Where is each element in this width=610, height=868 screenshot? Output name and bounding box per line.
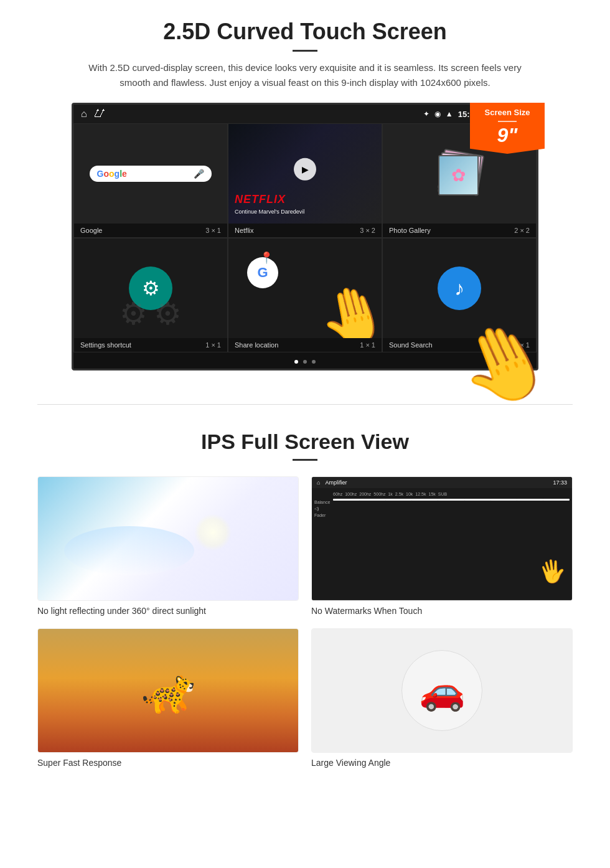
amp-sliders (333, 498, 570, 504)
dot-1 (294, 360, 298, 364)
settings-cell-label: Settings shortcut 1 × 1 (74, 338, 227, 352)
status-bar-left: ⌂ ⌰ (81, 108, 105, 120)
section-divider (37, 404, 573, 405)
amp-label-volume: ◁) (314, 506, 333, 511)
sunlight-visual (38, 477, 298, 600)
share-grid-size: 1 × 1 (360, 341, 375, 349)
section2-divider (293, 459, 317, 461)
maps-pin-icon: 📍 (260, 251, 273, 265)
car-top-icon: 🚗 (419, 669, 466, 713)
app-grid-row2: ⚙ ⚙⚙ Settings shortcut 1 × 1 (73, 238, 537, 352)
netflix-cell-label: Netflix 3 × 2 (228, 224, 382, 237)
home-icon[interactable]: ⌂ (81, 108, 87, 120)
photo-stack: ✿ (434, 149, 484, 199)
google-grid-size: 3 × 1 (205, 227, 221, 234)
amp-home-icon: ⌂ (317, 479, 320, 486)
amp-label-balance: Balance (314, 500, 333, 504)
gallery-grid-size: 2 × 2 (514, 227, 530, 234)
section1-title: 2.5D Curved Touch Screen (37, 19, 573, 45)
screen-size-badge: Screen Size 9" (470, 103, 545, 154)
sunlight-image (37, 476, 299, 601)
app-cell-settings[interactable]: ⚙ ⚙⚙ Settings shortcut 1 × 1 (73, 238, 228, 352)
section1-description: With 2.5D curved-display screen, this de… (87, 60, 523, 90)
section-ips-screen: IPS Full Screen View No light reflecting… (0, 423, 610, 786)
touch-hand-icon: 🤚 (312, 280, 382, 338)
cheetah-image: 🐆 (37, 628, 299, 753)
badge-divider (498, 121, 517, 122)
feature-cheetah: 🐆 Super Fast Response (37, 628, 299, 768)
amplifier-visual: ⌂ Amplifier 17:33 Balance ◁) Fader 60hz1… (312, 477, 572, 600)
amp-label-fader: Fader (314, 513, 333, 517)
cheetah-caption: Super Fast Response (37, 758, 299, 768)
amp-time: 17:33 (553, 479, 567, 486)
amp-footer: ◁◁ Custom loudness ● (312, 599, 572, 600)
car-circle: 🚗 (401, 650, 482, 731)
cheetah-icon: 🐆 (141, 665, 195, 716)
gallery-app-name: Photo Gallery (389, 227, 431, 234)
google-app-inner: Google 🎤 (74, 124, 227, 224)
app-cell-netflix[interactable]: ▶ NETFLIX Continue Marvel's Daredevil Ne… (228, 123, 382, 238)
amp-hand-icon: 🖐 (537, 556, 568, 586)
amp-title: Amplifier (325, 479, 347, 486)
amplifier-caption: No Watermarks When Touch (311, 606, 573, 616)
sound-app-inner: ♪ (383, 238, 536, 338)
sound-app-name: Sound Search (389, 341, 433, 349)
dot-2 (303, 360, 307, 364)
google-app-name: Google (80, 227, 102, 234)
share-cell-label: Share location 1 × 1 (228, 338, 382, 352)
cheetah-visual: 🐆 (38, 629, 298, 752)
mic-icon[interactable]: 🎤 (194, 169, 204, 179)
google-logo: Google (97, 169, 127, 179)
google-cell-label: Google 3 × 1 (74, 224, 227, 237)
car-image: 🚗 (311, 628, 573, 753)
car-visual: 🚗 (312, 629, 572, 752)
netflix-app-name: Netflix (235, 227, 254, 234)
android-screen: ⌂ ⌰ ✦ ◉ ▲ 15:06 ⬜ ◁) ✕ ▭ (72, 103, 538, 370)
amp-content: Balance ◁) Fader 60hz100hz200hz500hz1k2.… (312, 488, 572, 599)
bluetooth-icon: ✦ (423, 110, 429, 118)
badge-label: Screen Size (474, 108, 541, 118)
music-note-icon: ♪ (454, 277, 464, 300)
dot-3 (312, 360, 316, 364)
badge-size: 9" (474, 125, 541, 146)
settings-grid-size: 1 × 1 (205, 341, 221, 349)
sound-cell-label: Sound Search 1 × 1 (383, 338, 536, 352)
sunlight-caption: No light reflecting under 360° direct su… (37, 606, 299, 616)
section2-title: IPS Full Screen View (37, 430, 573, 454)
amp-header: ⌂ Amplifier 17:33 (312, 477, 572, 488)
status-bar: ⌂ ⌰ ✦ ◉ ▲ 15:06 ⬜ ◁) ✕ ▭ (73, 105, 537, 123)
settings-app-name: Settings shortcut (80, 341, 131, 349)
share-app-inner: G 📍 🤚 (228, 238, 382, 338)
amp-labels: Balance ◁) Fader (314, 491, 333, 597)
netflix-logo: NETFLIX (235, 193, 286, 206)
app-cell-google[interactable]: Google 🎤 Google 3 × 1 (73, 123, 228, 238)
feature-sunlight: No light reflecting under 360° direct su… (37, 476, 299, 616)
feature-amplifier: ⌂ Amplifier 17:33 Balance ◁) Fader 60hz1… (311, 476, 573, 616)
amp-freq-labels: 60hz100hz200hz500hz1k2.5k10k12.5k15kSUB (333, 491, 570, 498)
feature-grid: No light reflecting under 360° direct su… (37, 476, 573, 768)
app-cell-sound[interactable]: ♪ Sound Search 1 × 1 (382, 238, 537, 352)
dots-indicator (73, 352, 537, 369)
app-cell-share[interactable]: G 📍 🤚 Share location 1 × 1 (228, 238, 382, 352)
section-curved-screen: 2.5D Curved Touch Screen With 2.5D curve… (0, 0, 610, 385)
flower-icon: ✿ (451, 165, 466, 186)
amp-sliders-area: 60hz100hz200hz500hz1k2.5k10k12.5k15kSUB (333, 491, 570, 597)
netflix-grid-size: 3 × 2 (360, 227, 375, 234)
sound-icon-bg: ♪ (438, 267, 481, 310)
usb-icon: ⌰ (95, 108, 105, 120)
google-search-bar[interactable]: Google 🎤 (90, 166, 212, 182)
netflix-app-inner: ▶ NETFLIX Continue Marvel's Daredevil (228, 124, 382, 224)
car-caption: Large Viewing Angle (311, 758, 573, 768)
settings-app-inner: ⚙ ⚙⚙ (74, 238, 227, 338)
location-icon: ◉ (434, 110, 441, 118)
gallery-cell-label: Photo Gallery 2 × 2 (383, 224, 536, 237)
settings-shadow: ⚙⚙ (120, 296, 182, 332)
amplifier-image: ⌂ Amplifier 17:33 Balance ◁) Fader 60hz1… (311, 476, 573, 601)
sound-grid-size: 1 × 1 (514, 341, 530, 349)
feature-car: 🚗 Large Viewing Angle (311, 628, 573, 768)
title-divider (293, 50, 317, 52)
netflix-play-btn[interactable]: ▶ (294, 158, 316, 181)
netflix-content: ▶ NETFLIX Continue Marvel's Daredevil (228, 124, 382, 224)
photo-card-3: ✿ (438, 155, 479, 196)
wifi-icon: ▲ (446, 110, 453, 118)
